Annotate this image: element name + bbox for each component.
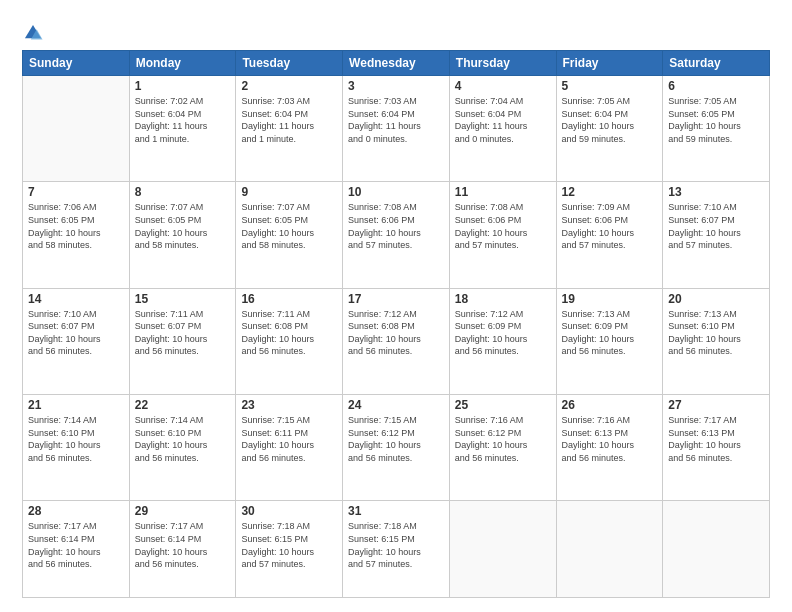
day-number: 12 [562,185,658,199]
day-number: 7 [28,185,124,199]
day-number: 28 [28,504,124,518]
calendar-cell: 9Sunrise: 7:07 AM Sunset: 6:05 PM Daylig… [236,182,343,288]
calendar-cell: 15Sunrise: 7:11 AM Sunset: 6:07 PM Dayli… [129,288,236,394]
calendar-week-0: 1Sunrise: 7:02 AM Sunset: 6:04 PM Daylig… [23,76,770,182]
calendar-cell: 6Sunrise: 7:05 AM Sunset: 6:05 PM Daylig… [663,76,770,182]
calendar-cell [23,76,130,182]
day-number: 21 [28,398,124,412]
calendar-cell: 13Sunrise: 7:10 AM Sunset: 6:07 PM Dayli… [663,182,770,288]
logo-icon [22,22,44,44]
day-number: 14 [28,292,124,306]
cell-info: Sunrise: 7:06 AM Sunset: 6:05 PM Dayligh… [28,201,124,251]
day-number: 20 [668,292,764,306]
cell-info: Sunrise: 7:05 AM Sunset: 6:05 PM Dayligh… [668,95,764,145]
calendar-cell: 17Sunrise: 7:12 AM Sunset: 6:08 PM Dayli… [343,288,450,394]
day-number: 3 [348,79,444,93]
calendar-cell: 18Sunrise: 7:12 AM Sunset: 6:09 PM Dayli… [449,288,556,394]
cell-info: Sunrise: 7:13 AM Sunset: 6:09 PM Dayligh… [562,308,658,358]
calendar-table: SundayMondayTuesdayWednesdayThursdayFrid… [22,50,770,598]
day-number: 17 [348,292,444,306]
cell-info: Sunrise: 7:08 AM Sunset: 6:06 PM Dayligh… [455,201,551,251]
cell-info: Sunrise: 7:15 AM Sunset: 6:12 PM Dayligh… [348,414,444,464]
cell-info: Sunrise: 7:12 AM Sunset: 6:09 PM Dayligh… [455,308,551,358]
day-number: 26 [562,398,658,412]
cell-info: Sunrise: 7:14 AM Sunset: 6:10 PM Dayligh… [28,414,124,464]
day-number: 27 [668,398,764,412]
cell-info: Sunrise: 7:09 AM Sunset: 6:06 PM Dayligh… [562,201,658,251]
day-number: 24 [348,398,444,412]
calendar-cell: 4Sunrise: 7:04 AM Sunset: 6:04 PM Daylig… [449,76,556,182]
weekday-header-thursday: Thursday [449,51,556,76]
calendar-cell: 10Sunrise: 7:08 AM Sunset: 6:06 PM Dayli… [343,182,450,288]
calendar-cell [449,501,556,598]
header [22,18,770,44]
calendar-week-4: 28Sunrise: 7:17 AM Sunset: 6:14 PM Dayli… [23,501,770,598]
calendar-cell: 1Sunrise: 7:02 AM Sunset: 6:04 PM Daylig… [129,76,236,182]
cell-info: Sunrise: 7:17 AM Sunset: 6:14 PM Dayligh… [28,520,124,570]
calendar-cell: 26Sunrise: 7:16 AM Sunset: 6:13 PM Dayli… [556,394,663,500]
calendar-cell: 16Sunrise: 7:11 AM Sunset: 6:08 PM Dayli… [236,288,343,394]
calendar-cell: 30Sunrise: 7:18 AM Sunset: 6:15 PM Dayli… [236,501,343,598]
calendar-cell: 29Sunrise: 7:17 AM Sunset: 6:14 PM Dayli… [129,501,236,598]
cell-info: Sunrise: 7:03 AM Sunset: 6:04 PM Dayligh… [348,95,444,145]
day-number: 15 [135,292,231,306]
cell-info: Sunrise: 7:17 AM Sunset: 6:13 PM Dayligh… [668,414,764,464]
calendar-cell: 21Sunrise: 7:14 AM Sunset: 6:10 PM Dayli… [23,394,130,500]
cell-info: Sunrise: 7:10 AM Sunset: 6:07 PM Dayligh… [668,201,764,251]
calendar-cell: 22Sunrise: 7:14 AM Sunset: 6:10 PM Dayli… [129,394,236,500]
calendar-cell: 24Sunrise: 7:15 AM Sunset: 6:12 PM Dayli… [343,394,450,500]
cell-info: Sunrise: 7:18 AM Sunset: 6:15 PM Dayligh… [348,520,444,570]
weekday-header-friday: Friday [556,51,663,76]
cell-info: Sunrise: 7:11 AM Sunset: 6:07 PM Dayligh… [135,308,231,358]
day-number: 18 [455,292,551,306]
calendar-cell: 20Sunrise: 7:13 AM Sunset: 6:10 PM Dayli… [663,288,770,394]
cell-info: Sunrise: 7:13 AM Sunset: 6:10 PM Dayligh… [668,308,764,358]
day-number: 31 [348,504,444,518]
cell-info: Sunrise: 7:10 AM Sunset: 6:07 PM Dayligh… [28,308,124,358]
calendar-cell: 23Sunrise: 7:15 AM Sunset: 6:11 PM Dayli… [236,394,343,500]
weekday-header-row: SundayMondayTuesdayWednesdayThursdayFrid… [23,51,770,76]
cell-info: Sunrise: 7:07 AM Sunset: 6:05 PM Dayligh… [135,201,231,251]
day-number: 13 [668,185,764,199]
cell-info: Sunrise: 7:12 AM Sunset: 6:08 PM Dayligh… [348,308,444,358]
cell-info: Sunrise: 7:05 AM Sunset: 6:04 PM Dayligh… [562,95,658,145]
calendar-cell: 11Sunrise: 7:08 AM Sunset: 6:06 PM Dayli… [449,182,556,288]
calendar-cell: 5Sunrise: 7:05 AM Sunset: 6:04 PM Daylig… [556,76,663,182]
day-number: 25 [455,398,551,412]
calendar-cell: 7Sunrise: 7:06 AM Sunset: 6:05 PM Daylig… [23,182,130,288]
cell-info: Sunrise: 7:16 AM Sunset: 6:13 PM Dayligh… [562,414,658,464]
calendar-cell [556,501,663,598]
cell-info: Sunrise: 7:16 AM Sunset: 6:12 PM Dayligh… [455,414,551,464]
weekday-header-saturday: Saturday [663,51,770,76]
day-number: 1 [135,79,231,93]
cell-info: Sunrise: 7:07 AM Sunset: 6:05 PM Dayligh… [241,201,337,251]
calendar-cell: 14Sunrise: 7:10 AM Sunset: 6:07 PM Dayli… [23,288,130,394]
day-number: 6 [668,79,764,93]
day-number: 11 [455,185,551,199]
day-number: 16 [241,292,337,306]
day-number: 2 [241,79,337,93]
calendar-cell: 28Sunrise: 7:17 AM Sunset: 6:14 PM Dayli… [23,501,130,598]
cell-info: Sunrise: 7:11 AM Sunset: 6:08 PM Dayligh… [241,308,337,358]
logo [22,22,47,44]
calendar-cell [663,501,770,598]
calendar-cell: 31Sunrise: 7:18 AM Sunset: 6:15 PM Dayli… [343,501,450,598]
page: SundayMondayTuesdayWednesdayThursdayFrid… [0,0,792,612]
calendar-cell: 12Sunrise: 7:09 AM Sunset: 6:06 PM Dayli… [556,182,663,288]
weekday-header-tuesday: Tuesday [236,51,343,76]
calendar-week-1: 7Sunrise: 7:06 AM Sunset: 6:05 PM Daylig… [23,182,770,288]
calendar-week-2: 14Sunrise: 7:10 AM Sunset: 6:07 PM Dayli… [23,288,770,394]
calendar-cell: 8Sunrise: 7:07 AM Sunset: 6:05 PM Daylig… [129,182,236,288]
day-number: 5 [562,79,658,93]
weekday-header-wednesday: Wednesday [343,51,450,76]
cell-info: Sunrise: 7:08 AM Sunset: 6:06 PM Dayligh… [348,201,444,251]
calendar-cell: 25Sunrise: 7:16 AM Sunset: 6:12 PM Dayli… [449,394,556,500]
day-number: 23 [241,398,337,412]
weekday-header-sunday: Sunday [23,51,130,76]
weekday-header-monday: Monday [129,51,236,76]
cell-info: Sunrise: 7:02 AM Sunset: 6:04 PM Dayligh… [135,95,231,145]
day-number: 4 [455,79,551,93]
day-number: 9 [241,185,337,199]
day-number: 10 [348,185,444,199]
calendar-cell: 2Sunrise: 7:03 AM Sunset: 6:04 PM Daylig… [236,76,343,182]
